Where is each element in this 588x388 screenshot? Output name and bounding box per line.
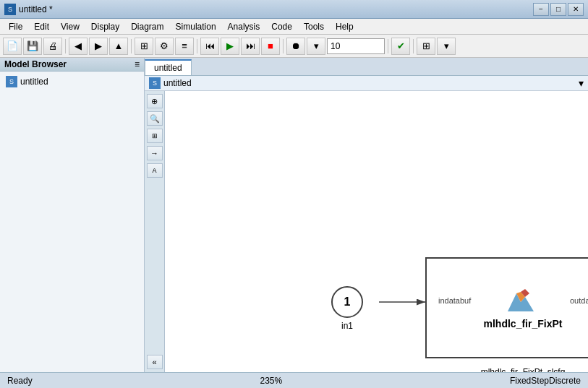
fir-block-inner: indatabuf outdatabuf: [427, 286, 588, 315]
canvas-container: S untitled ▾ ⊕ 🔍 ⊞ → A «: [145, 76, 588, 372]
zoom-level: 235%: [260, 376, 282, 386]
fir-out-port-label: outdatabuf: [570, 296, 588, 305]
menubar: FileEditViewDisplayDiagramSimulationAnal…: [0, 19, 588, 35]
grid-btn[interactable]: ⊞: [417, 38, 435, 55]
rewind-btn[interactable]: ⏮: [200, 38, 219, 55]
menu-item-analysis[interactable]: Analysis: [222, 20, 266, 33]
tab-untitled[interactable]: untitled: [145, 59, 192, 75]
minimize-button[interactable]: −: [533, 3, 549, 16]
run-btn[interactable]: ▶: [221, 38, 239, 55]
statusbar: Ready 235% FixedStepDiscrete: [0, 372, 588, 388]
toolbar: 📄 💾 🖨 ◀ ▶ ▲ ⊞ ⚙ ≡ ⏮ ▶ ⏭ ■ ⏺ ▾ 10 ✔ ⊞ ▾: [0, 35, 588, 58]
menu-item-display[interactable]: Display: [85, 20, 125, 33]
sidebar-content: S untitled: [0, 72, 144, 92]
separator4: [283, 39, 284, 53]
up-button[interactable]: ▲: [109, 38, 128, 55]
zoom-area-btn[interactable]: ⊞: [147, 129, 163, 143]
matlab-logo: [506, 286, 535, 315]
in1-value: 1: [344, 296, 351, 309]
close-button[interactable]: ✕: [568, 3, 584, 16]
main-layout: Model Browser ≡ S untitled untitled S un…: [0, 58, 588, 372]
fir-bottom-label: mlhdlc_fir_FixPt_slcfg: [425, 367, 588, 372]
content-area: untitled S untitled ▾ ⊕ 🔍 ⊞ → A «: [145, 58, 588, 372]
breadcrumb-icon: S: [149, 77, 161, 89]
arrow-btn[interactable]: →: [147, 146, 163, 160]
menu-item-file[interactable]: File: [3, 20, 28, 33]
window-title: untitled *: [19, 4, 53, 14]
more-btn[interactable]: ▾: [437, 38, 456, 55]
back-button[interactable]: ◀: [69, 38, 88, 55]
text-btn[interactable]: A: [147, 163, 163, 178]
sim-time-input[interactable]: 10: [327, 38, 385, 54]
in1-block[interactable]: 1 in1: [331, 286, 363, 331]
sidebar-header: Model Browser ≡: [0, 58, 144, 72]
fir-in-port-label: indatabuf: [438, 296, 471, 305]
record-btn[interactable]: ⏺: [286, 38, 305, 55]
separator1: [65, 39, 66, 53]
model-btn[interactable]: ⊞: [135, 38, 153, 55]
fir-block-name: mlhdlc_fir_FixPt: [484, 318, 563, 329]
breadcrumb-label: untitled: [163, 78, 192, 88]
tabs: untitled: [145, 58, 588, 76]
status-text: Ready: [7, 376, 33, 386]
sidebar-item-untitled[interactable]: S untitled: [3, 74, 141, 89]
titlebar-left: S untitled *: [4, 4, 53, 15]
maximize-button[interactable]: □: [550, 3, 566, 16]
in1-label: in1: [341, 321, 353, 331]
save-button[interactable]: 💾: [23, 38, 42, 55]
menu-item-tools[interactable]: Tools: [298, 20, 330, 33]
separator3: [197, 39, 197, 53]
menu-item-simulation[interactable]: Simulation: [170, 20, 222, 33]
window-controls: − □ ✕: [533, 3, 584, 16]
model-icon: S: [6, 76, 17, 87]
separator5: [388, 39, 388, 53]
menu-item-diagram[interactable]: Diagram: [125, 20, 169, 33]
forward-button[interactable]: ▶: [89, 38, 108, 55]
left-tools: ⊕ 🔍 ⊞ → A «: [145, 91, 165, 372]
sidebar-item-label: untitled: [20, 77, 48, 87]
menu-item-help[interactable]: Help: [330, 20, 359, 33]
canvas[interactable]: 1 in1 indatabuf: [165, 91, 588, 372]
zoom-in-btn[interactable]: 🔍: [147, 111, 163, 126]
diagram: 1 in1 indatabuf: [165, 91, 588, 372]
print-button[interactable]: 🖨: [43, 38, 62, 55]
zoom-fit-btn[interactable]: ⊕: [147, 94, 163, 108]
canvas-body: ⊕ 🔍 ⊞ → A «: [145, 91, 588, 372]
sidebar-title: Model Browser: [4, 59, 67, 69]
menu-item-view[interactable]: View: [55, 20, 85, 33]
solver-type: FixedStepDiscrete: [510, 376, 581, 386]
collapse-sidebar-btn[interactable]: «: [147, 355, 163, 369]
step-btn[interactable]: ⏭: [241, 38, 260, 55]
separator2: [131, 39, 132, 53]
separator6: [413, 39, 414, 53]
check-btn[interactable]: ✔: [391, 38, 410, 55]
sidebar-menu-icon[interactable]: ≡: [135, 59, 140, 69]
titlebar: S untitled * − □ ✕: [0, 0, 588, 19]
params-btn[interactable]: ≡: [175, 38, 194, 55]
menu-item-code[interactable]: Code: [265, 20, 298, 33]
record-dropdown[interactable]: ▾: [307, 38, 325, 55]
in1-circle[interactable]: 1: [331, 286, 363, 318]
breadcrumb-bar: S untitled ▾: [145, 76, 588, 91]
new-button[interactable]: 📄: [3, 38, 22, 55]
tab-label: untitled: [154, 63, 182, 73]
fir-block[interactable]: indatabuf outdatabuf mlhdlc_: [425, 257, 588, 358]
simulink-icon: S: [4, 4, 16, 15]
menu-item-edit[interactable]: Edit: [28, 20, 55, 33]
settings-btn[interactable]: ⚙: [155, 38, 174, 55]
breadcrumb-dropdown[interactable]: ▾: [579, 77, 584, 89]
sidebar: Model Browser ≡ S untitled: [0, 58, 145, 372]
stop-btn[interactable]: ■: [261, 38, 280, 55]
